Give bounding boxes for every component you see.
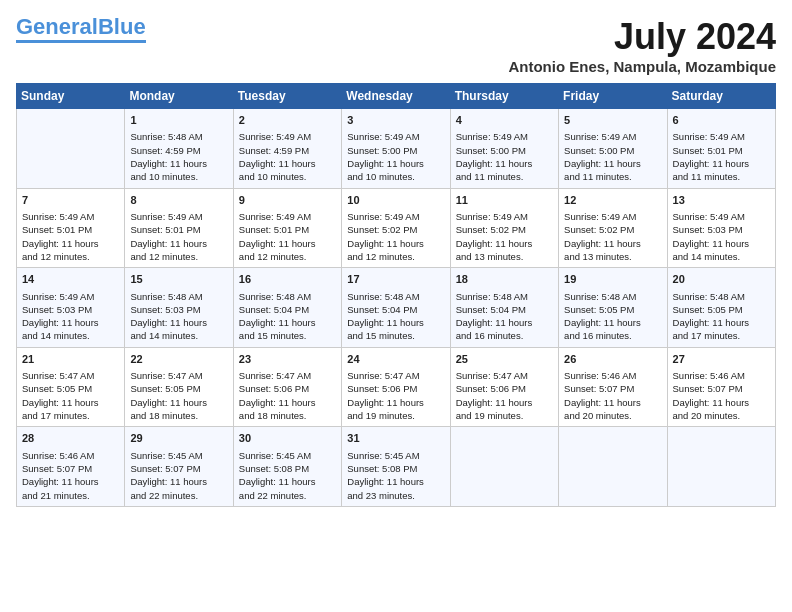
day-number: 30 [239,431,336,446]
calendar-cell: 13Sunrise: 5:49 AM Sunset: 5:03 PM Dayli… [667,188,775,268]
calendar-cell: 21Sunrise: 5:47 AM Sunset: 5:05 PM Dayli… [17,347,125,427]
day-info: Sunrise: 5:46 AM Sunset: 5:07 PM Dayligh… [673,369,770,422]
week-row-2: 7Sunrise: 5:49 AM Sunset: 5:01 PM Daylig… [17,188,776,268]
day-header-thursday: Thursday [450,84,558,109]
day-info: Sunrise: 5:48 AM Sunset: 5:04 PM Dayligh… [347,290,444,343]
day-info: Sunrise: 5:49 AM Sunset: 5:01 PM Dayligh… [22,210,119,263]
calendar-cell: 12Sunrise: 5:49 AM Sunset: 5:02 PM Dayli… [559,188,667,268]
calendar-cell: 28Sunrise: 5:46 AM Sunset: 5:07 PM Dayli… [17,427,125,507]
day-number: 22 [130,352,227,367]
day-info: Sunrise: 5:49 AM Sunset: 5:02 PM Dayligh… [456,210,553,263]
logo: GeneralBlue [16,16,146,43]
day-info: Sunrise: 5:48 AM Sunset: 5:04 PM Dayligh… [456,290,553,343]
calendar-cell: 25Sunrise: 5:47 AM Sunset: 5:06 PM Dayli… [450,347,558,427]
day-info: Sunrise: 5:48 AM Sunset: 4:59 PM Dayligh… [130,130,227,183]
month-year: July 2024 [508,16,776,58]
day-info: Sunrise: 5:49 AM Sunset: 5:00 PM Dayligh… [456,130,553,183]
day-number: 6 [673,113,770,128]
day-number: 8 [130,193,227,208]
day-number: 19 [564,272,661,287]
calendar-cell: 15Sunrise: 5:48 AM Sunset: 5:03 PM Dayli… [125,268,233,348]
calendar-cell: 30Sunrise: 5:45 AM Sunset: 5:08 PM Dayli… [233,427,341,507]
days-of-week-row: SundayMondayTuesdayWednesdayThursdayFrid… [17,84,776,109]
calendar-cell: 31Sunrise: 5:45 AM Sunset: 5:08 PM Dayli… [342,427,450,507]
calendar-cell [17,109,125,189]
location: Antonio Enes, Nampula, Mozambique [508,58,776,75]
day-header-saturday: Saturday [667,84,775,109]
calendar-cell: 2Sunrise: 5:49 AM Sunset: 4:59 PM Daylig… [233,109,341,189]
day-header-sunday: Sunday [17,84,125,109]
day-info: Sunrise: 5:49 AM Sunset: 5:00 PM Dayligh… [347,130,444,183]
day-number: 29 [130,431,227,446]
day-number: 25 [456,352,553,367]
day-info: Sunrise: 5:49 AM Sunset: 5:03 PM Dayligh… [673,210,770,263]
calendar-cell: 18Sunrise: 5:48 AM Sunset: 5:04 PM Dayli… [450,268,558,348]
day-info: Sunrise: 5:49 AM Sunset: 5:03 PM Dayligh… [22,290,119,343]
calendar-cell: 27Sunrise: 5:46 AM Sunset: 5:07 PM Dayli… [667,347,775,427]
calendar-cell: 8Sunrise: 5:49 AM Sunset: 5:01 PM Daylig… [125,188,233,268]
title-block: July 2024 Antonio Enes, Nampula, Mozambi… [508,16,776,75]
day-number: 11 [456,193,553,208]
day-info: Sunrise: 5:49 AM Sunset: 5:02 PM Dayligh… [564,210,661,263]
calendar-cell [450,427,558,507]
day-number: 4 [456,113,553,128]
day-number: 17 [347,272,444,287]
calendar-cell: 9Sunrise: 5:49 AM Sunset: 5:01 PM Daylig… [233,188,341,268]
day-number: 12 [564,193,661,208]
calendar-cell: 4Sunrise: 5:49 AM Sunset: 5:00 PM Daylig… [450,109,558,189]
day-info: Sunrise: 5:49 AM Sunset: 5:01 PM Dayligh… [130,210,227,263]
calendar-cell: 3Sunrise: 5:49 AM Sunset: 5:00 PM Daylig… [342,109,450,189]
calendar-cell: 16Sunrise: 5:48 AM Sunset: 5:04 PM Dayli… [233,268,341,348]
calendar-cell: 17Sunrise: 5:48 AM Sunset: 5:04 PM Dayli… [342,268,450,348]
week-row-5: 28Sunrise: 5:46 AM Sunset: 5:07 PM Dayli… [17,427,776,507]
calendar-cell [559,427,667,507]
day-number: 10 [347,193,444,208]
day-info: Sunrise: 5:47 AM Sunset: 5:05 PM Dayligh… [130,369,227,422]
calendar-cell: 24Sunrise: 5:47 AM Sunset: 5:06 PM Dayli… [342,347,450,427]
day-info: Sunrise: 5:45 AM Sunset: 5:08 PM Dayligh… [347,449,444,502]
day-number: 27 [673,352,770,367]
day-header-tuesday: Tuesday [233,84,341,109]
day-number: 2 [239,113,336,128]
day-number: 24 [347,352,444,367]
calendar-cell: 20Sunrise: 5:48 AM Sunset: 5:05 PM Dayli… [667,268,775,348]
calendar-table: SundayMondayTuesdayWednesdayThursdayFrid… [16,83,776,507]
day-info: Sunrise: 5:46 AM Sunset: 5:07 PM Dayligh… [22,449,119,502]
week-row-1: 1Sunrise: 5:48 AM Sunset: 4:59 PM Daylig… [17,109,776,189]
day-info: Sunrise: 5:48 AM Sunset: 5:04 PM Dayligh… [239,290,336,343]
day-header-wednesday: Wednesday [342,84,450,109]
day-info: Sunrise: 5:48 AM Sunset: 5:05 PM Dayligh… [564,290,661,343]
day-number: 28 [22,431,119,446]
day-info: Sunrise: 5:45 AM Sunset: 5:08 PM Dayligh… [239,449,336,502]
page-header: GeneralBlue July 2024 Antonio Enes, Namp… [16,16,776,75]
calendar-body: 1Sunrise: 5:48 AM Sunset: 4:59 PM Daylig… [17,109,776,507]
day-number: 13 [673,193,770,208]
day-info: Sunrise: 5:49 AM Sunset: 5:02 PM Dayligh… [347,210,444,263]
logo-underline [16,40,146,43]
day-info: Sunrise: 5:48 AM Sunset: 5:03 PM Dayligh… [130,290,227,343]
week-row-4: 21Sunrise: 5:47 AM Sunset: 5:05 PM Dayli… [17,347,776,427]
logo-blue: Blue [98,14,146,39]
day-number: 9 [239,193,336,208]
day-number: 7 [22,193,119,208]
calendar-cell: 26Sunrise: 5:46 AM Sunset: 5:07 PM Dayli… [559,347,667,427]
week-row-3: 14Sunrise: 5:49 AM Sunset: 5:03 PM Dayli… [17,268,776,348]
calendar-cell: 1Sunrise: 5:48 AM Sunset: 4:59 PM Daylig… [125,109,233,189]
calendar-cell: 11Sunrise: 5:49 AM Sunset: 5:02 PM Dayli… [450,188,558,268]
day-header-friday: Friday [559,84,667,109]
day-info: Sunrise: 5:47 AM Sunset: 5:06 PM Dayligh… [347,369,444,422]
calendar-cell: 5Sunrise: 5:49 AM Sunset: 5:00 PM Daylig… [559,109,667,189]
day-number: 20 [673,272,770,287]
calendar-cell: 10Sunrise: 5:49 AM Sunset: 5:02 PM Dayli… [342,188,450,268]
calendar-cell [667,427,775,507]
calendar-cell: 22Sunrise: 5:47 AM Sunset: 5:05 PM Dayli… [125,347,233,427]
calendar-cell: 29Sunrise: 5:45 AM Sunset: 5:07 PM Dayli… [125,427,233,507]
calendar-cell: 6Sunrise: 5:49 AM Sunset: 5:01 PM Daylig… [667,109,775,189]
day-info: Sunrise: 5:47 AM Sunset: 5:06 PM Dayligh… [239,369,336,422]
day-number: 21 [22,352,119,367]
logo-text: GeneralBlue [16,16,146,38]
day-header-monday: Monday [125,84,233,109]
calendar-cell: 7Sunrise: 5:49 AM Sunset: 5:01 PM Daylig… [17,188,125,268]
day-number: 1 [130,113,227,128]
day-info: Sunrise: 5:47 AM Sunset: 5:05 PM Dayligh… [22,369,119,422]
